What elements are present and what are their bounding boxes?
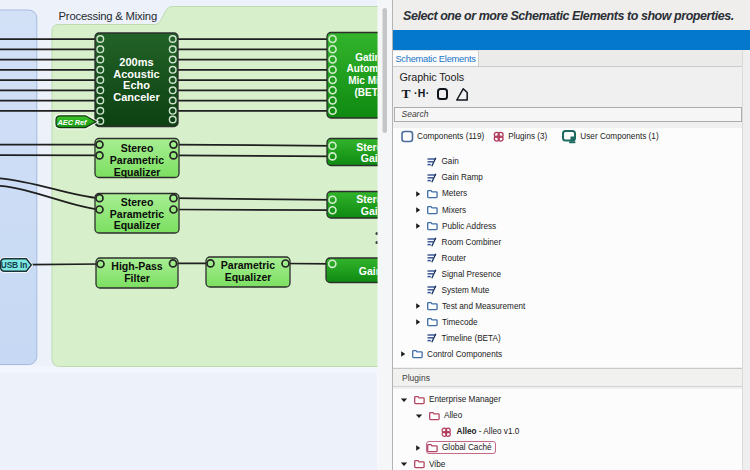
svg-text:Processing & Mixing: Processing & Mixing [59,10,158,22]
svg-text:Equalizer: Equalizer [114,166,161,178]
svg-text:Equalizer: Equalizer [114,219,161,231]
svg-text:High-Pass: High-Pass [111,260,163,272]
svg-text:Canceler: Canceler [113,91,160,103]
svg-text:Stereo: Stereo [121,196,154,208]
svg-text:Filter: Filter [124,272,150,284]
svg-text:Parametric: Parametric [221,259,275,271]
svg-text:Acoustic: Acoustic [113,68,159,80]
svg-text:Parametric: Parametric [110,154,164,166]
svg-text:USB In: USB In [1,260,27,270]
svg-text:Parametric: Parametric [110,208,164,220]
svg-text:Echo: Echo [123,79,150,91]
svg-text:Equalizer: Equalizer [225,271,272,283]
svg-text:200ms: 200ms [119,56,153,68]
svg-text:Stereo: Stereo [121,142,154,154]
svg-text:AEC Ref: AEC Ref [57,118,89,127]
